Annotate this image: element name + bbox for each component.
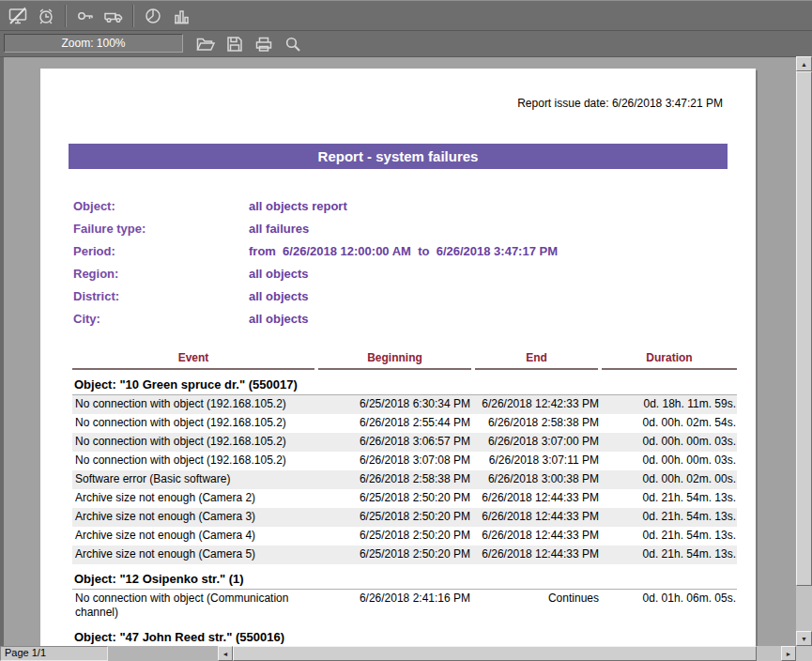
bar-chart-button[interactable] xyxy=(167,3,195,28)
table-cell: 6/26/2018 12:44:33 PM xyxy=(475,508,602,527)
scroll-left-button[interactable]: ◄ xyxy=(218,646,233,661)
group-header: Object: "47 John Reed str." (550016) xyxy=(72,623,737,646)
scroll-down-button[interactable]: ▼ xyxy=(796,631,812,646)
table-cell: 6/25/2018 2:50:20 PM xyxy=(318,527,475,546)
table-cell: No connection with object (192.168.105.2… xyxy=(72,395,318,414)
report-title-banner: Report - system failures xyxy=(69,144,728,169)
table-cell: No connection with object (192.168.105.2… xyxy=(72,452,318,470)
scroll-up-button[interactable]: ▲ xyxy=(796,56,812,71)
table-cell: 6/25/2018 2:50:20 PM xyxy=(318,508,475,527)
table-row: No connection with object (192.168.105.2… xyxy=(72,395,737,414)
table-cell: 0d. 00h. 00m. 03s. xyxy=(602,433,737,452)
vehicle-icon xyxy=(103,7,124,25)
report-canvas: Report issue date: 6/26/2018 3:47:21 PM … xyxy=(0,56,796,646)
scroll-right-button[interactable]: ► xyxy=(781,646,796,661)
pie-chart-icon xyxy=(144,7,162,25)
scrollbar-corner xyxy=(796,646,812,661)
table-cell: 6/25/2018 6:30:34 PM xyxy=(318,395,475,414)
table-cell: 0d. 18h. 11m. 59s. xyxy=(602,395,737,414)
zoom-control[interactable]: Zoom: 100% xyxy=(4,34,183,53)
field-label: City: xyxy=(73,312,249,326)
vertical-scroll-track[interactable] xyxy=(796,71,812,631)
table-row: No connection with object (192.168.105.2… xyxy=(72,414,737,433)
table-cell: 0d. 00h. 02m. 54s. xyxy=(602,414,737,433)
horizontal-scroll-thumb[interactable] xyxy=(233,646,757,661)
field-value: all objects xyxy=(249,289,309,303)
table-row: Software error (Basic software)6/26/2018… xyxy=(72,470,737,489)
column-header: Event xyxy=(72,349,314,370)
preview-button[interactable] xyxy=(278,32,307,55)
pie-chart-button[interactable] xyxy=(139,3,167,28)
table-cell: 6/26/2018 2:55:44 PM xyxy=(318,414,475,433)
open-report-button[interactable] xyxy=(191,32,220,55)
vertical-scroll-thumb[interactable] xyxy=(796,71,812,586)
report-viewer-window: Zoom: 100% xyxy=(0,0,812,661)
report-field: District:all objects xyxy=(73,284,756,307)
group-header: Object: "10 Green spruce dr." (550017) xyxy=(72,370,737,395)
table-cell: 6/26/2018 2:58:38 PM xyxy=(318,470,475,489)
table-cell: Archive size not enough (Camera 3) xyxy=(72,508,318,527)
table-cell: 6/26/2018 12:44:33 PM xyxy=(475,527,602,546)
report-title: Report - system failures xyxy=(318,148,479,164)
save-report-button[interactable] xyxy=(220,32,249,55)
horizontal-scroll-track[interactable] xyxy=(233,646,781,661)
table-cell: 6/26/2018 3:07:00 PM xyxy=(475,433,602,452)
table-cell: 0d. 01h. 06m. 05s. xyxy=(602,590,737,608)
field-label: District: xyxy=(73,289,249,303)
table-cell: Archive size not enough (Camera 2) xyxy=(72,489,318,508)
report-field: Period:from 6/26/2018 12:00:00 AM to 6/2… xyxy=(73,239,756,262)
group-header: Object: "12 Osipenko str." (1) xyxy=(72,564,737,590)
table-cell: 6/26/2018 12:42:33 PM xyxy=(475,395,602,414)
report-toolbar: Zoom: 100% xyxy=(0,31,812,56)
table-row: No connection with object (192.168.105.2… xyxy=(72,433,737,452)
page-indicator-label: Page 1/1 xyxy=(5,647,46,658)
table-cell: Archive size not enough (Camera 4) xyxy=(72,527,318,546)
table-cell: 0d. 00h. 02m. 00s. xyxy=(602,470,737,489)
vehicle-button[interactable] xyxy=(100,3,128,28)
report-field: Failure type:all failures xyxy=(73,217,756,239)
field-value: all objects report xyxy=(249,199,347,213)
print-icon xyxy=(254,35,273,54)
toolbar-separator xyxy=(65,5,67,27)
vertical-scrollbar[interactable]: ▲ ▼ xyxy=(796,56,812,646)
save-icon xyxy=(225,35,244,54)
field-value: all failures xyxy=(249,222,309,236)
table-row: No connection with object (Communication… xyxy=(72,590,737,623)
table-cell: 0d. 21h. 54m. 13s. xyxy=(602,546,737,564)
table-cell: 0d. 21h. 54m. 13s. xyxy=(602,489,737,508)
table-cell: 6/25/2018 2:50:20 PM xyxy=(318,489,475,508)
field-value: all objects xyxy=(249,267,309,281)
table-row: Archive size not enough (Camera 5)6/25/2… xyxy=(72,546,737,564)
table-cell: Software error (Basic software) xyxy=(72,470,318,489)
alarm-clock-button[interactable] xyxy=(32,3,60,28)
table-row: Archive size not enough (Camera 2)6/25/2… xyxy=(72,489,737,508)
table-row: Archive size not enough (Camera 4)6/25/2… xyxy=(72,527,737,546)
table-cell: No connection with object (192.168.105.2… xyxy=(72,414,318,433)
page-indicator: Page 1/1 xyxy=(0,646,108,661)
table-cell: 6/26/2018 3:07:11 PM xyxy=(475,452,602,470)
column-header: Beginning xyxy=(318,349,471,370)
report-issue-date: Report issue date: 6/26/2018 3:47:21 PM xyxy=(40,69,723,110)
print-report-button[interactable] xyxy=(249,32,278,55)
table-cell: 6/26/2018 3:07:08 PM xyxy=(318,452,475,470)
zoom-label: Zoom: 100% xyxy=(61,37,125,50)
report-field: Region:all objects xyxy=(73,262,756,284)
table-cell: No connection with object (Communication… xyxy=(72,590,318,623)
display-off-button[interactable] xyxy=(4,3,32,28)
table-row: No connection with object (192.168.105.2… xyxy=(72,452,737,470)
bar-chart-icon xyxy=(172,7,191,25)
report-field: City:all objects xyxy=(73,307,756,330)
table-cell: 6/26/2018 2:41:16 PM xyxy=(318,590,475,608)
key-icon xyxy=(76,7,95,25)
table-body: Object: "10 Green spruce dr." (550017)No… xyxy=(72,370,737,646)
column-header: End xyxy=(475,349,598,370)
horizontal-scrollbar[interactable]: ◄ ► xyxy=(218,646,796,661)
table-cell: 6/26/2018 12:44:33 PM xyxy=(475,546,602,564)
field-label: Failure type: xyxy=(73,222,249,236)
key-button[interactable] xyxy=(71,3,100,28)
table-header-row: EventBeginningEndDuration xyxy=(72,349,737,370)
table-cell: 6/25/2018 2:50:20 PM xyxy=(318,546,475,564)
table-cell: Continues xyxy=(475,590,602,608)
main-toolbar xyxy=(0,0,812,31)
field-value: from 6/26/2018 12:00:00 AM to 6/26/2018 … xyxy=(249,244,558,258)
